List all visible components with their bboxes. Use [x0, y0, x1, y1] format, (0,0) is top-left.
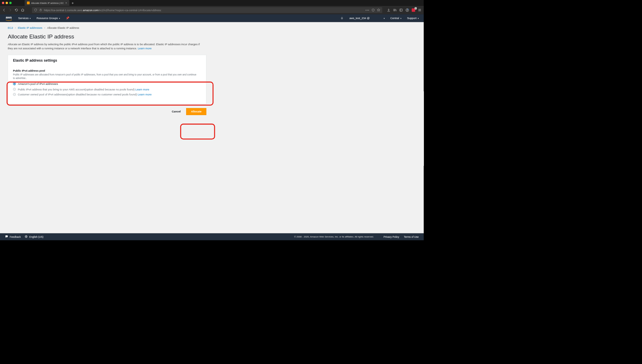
- shield-icon[interactable]: [34, 8, 38, 12]
- home-icon[interactable]: [21, 8, 24, 12]
- allocate-button[interactable]: Allocate: [186, 108, 206, 115]
- url-text: https://ca-central-1.console.aws.amazon.…: [44, 9, 364, 12]
- radio-byoip-pool: Public IPv4 address that you bring to yo…: [13, 87, 201, 91]
- terms-link[interactable]: Terms of Use: [404, 235, 419, 238]
- tab-close-icon[interactable]: ×: [65, 1, 67, 5]
- nav-resource-groups[interactable]: Resource Groups▾: [37, 17, 60, 20]
- radio-amazon-pool[interactable]: Amazon's pool of IPv4 addresses: [13, 82, 201, 86]
- nav-support[interactable]: Support▾: [407, 17, 419, 20]
- page-description: Allocate an Elastic IP address by select…: [8, 43, 203, 51]
- url-bar[interactable]: https://ca-central-1.console.aws.amazon.…: [32, 7, 382, 13]
- extension-badge-icon[interactable]: [412, 8, 415, 12]
- aws-top-nav: aws Services▾ Resource Groups▾ 📌 aws_tes…: [0, 14, 424, 22]
- account-icon[interactable]: [405, 8, 409, 12]
- back-icon[interactable]: [2, 8, 6, 12]
- sidebar-icon[interactable]: [399, 8, 403, 12]
- radio-label: Amazon's pool of IPv4 addresses: [18, 82, 58, 86]
- chevron-right-icon: ›: [44, 26, 45, 30]
- chevron-right-icon: ›: [15, 26, 16, 30]
- globe-icon: [25, 235, 28, 239]
- browser-nav-row: https://ca-central-1.console.aws.amazon.…: [0, 6, 424, 14]
- pin-icon[interactable]: 📌: [66, 16, 70, 20]
- window-zoom-dot[interactable]: [9, 2, 12, 4]
- language-selector[interactable]: English (US): [25, 235, 43, 239]
- feedback-link[interactable]: Feedback: [5, 235, 21, 239]
- speech-bubble-icon: [5, 235, 8, 239]
- learn-more-link[interactable]: Learn more: [138, 47, 151, 50]
- copyright-text: © 2008 - 2020, Amazon Web Services, Inc.…: [294, 235, 374, 238]
- reload-icon[interactable]: [15, 8, 18, 12]
- aws-logo[interactable]: aws: [5, 16, 12, 20]
- lock-icon[interactable]: [39, 9, 42, 12]
- browser-tab-active[interactable]: Allocate Elastic IP address | EC ×: [25, 0, 69, 6]
- url-more-icon[interactable]: •••: [365, 9, 370, 12]
- radio-label: Customer owned pool of IPv4 addresses(op…: [18, 93, 152, 97]
- aws-footer: Feedback English (US) © 2008 - 2020, Ama…: [0, 233, 424, 240]
- field-title-pool: Public IPv4 address pool: [13, 69, 201, 73]
- svg-rect-1: [400, 9, 402, 11]
- radio-label: Public IPv4 address that you bring to yo…: [18, 87, 149, 91]
- learn-more-link[interactable]: Learn more: [135, 88, 149, 91]
- radio-selected-icon[interactable]: [13, 82, 16, 85]
- field-desc-pool: Public IP addresses are allocated from A…: [13, 73, 199, 80]
- browser-titlebar: Allocate Elastic IP address | EC × +: [0, 0, 424, 6]
- page-title: Allocate Elastic IP address: [8, 33, 416, 40]
- aws-favicon: [27, 1, 30, 4]
- breadcrumb-elastic-ips[interactable]: Elastic IP addresses: [18, 26, 43, 30]
- window-minimize-dot[interactable]: [6, 2, 8, 4]
- bookmark-star-icon[interactable]: [377, 8, 380, 12]
- cancel-button[interactable]: Cancel: [171, 110, 182, 113]
- nav-region[interactable]: Central▾: [390, 17, 401, 20]
- panel-header: Elastic IP address settings: [8, 55, 206, 66]
- annotation-highlight-box: [180, 124, 215, 139]
- download-icon[interactable]: [387, 8, 390, 12]
- breadcrumb: EC2 › Elastic IP addresses › Allocate El…: [8, 26, 416, 30]
- bell-icon[interactable]: [341, 16, 344, 20]
- settings-panel: Elastic IP address settings Public IPv4 …: [8, 55, 206, 104]
- privacy-link[interactable]: Privacy Policy: [383, 235, 399, 238]
- tab-title: Allocate Elastic IP address | EC: [31, 1, 64, 4]
- new-tab-button[interactable]: +: [69, 0, 76, 6]
- page-content: EC2 › Elastic IP addresses › Allocate El…: [0, 22, 424, 233]
- action-row: Cancel Allocate: [8, 108, 206, 115]
- nav-account[interactable]: aws_test_234 @▾: [349, 17, 385, 20]
- svg-point-3: [407, 9, 408, 10]
- breadcrumb-current: Allocate Elastic IP address: [47, 26, 79, 30]
- nav-services[interactable]: Services▾: [18, 17, 31, 20]
- radio-customer-pool: Customer owned pool of IPv4 addresses(op…: [13, 93, 201, 97]
- menu-icon[interactable]: [418, 8, 422, 12]
- forward-icon[interactable]: [9, 8, 12, 12]
- language-label: English (US): [29, 235, 43, 238]
- library-icon[interactable]: [393, 8, 397, 12]
- reader-icon[interactable]: [371, 8, 375, 12]
- radio-disabled-icon: [13, 93, 16, 96]
- svg-rect-0: [40, 10, 41, 11]
- learn-more-link[interactable]: Learn more: [138, 93, 151, 96]
- svg-point-4: [408, 9, 409, 10]
- feedback-label: Feedback: [10, 235, 21, 238]
- breadcrumb-ec2[interactable]: EC2: [8, 26, 13, 30]
- radio-disabled-icon: [13, 88, 16, 91]
- window-close-dot[interactable]: [2, 2, 4, 4]
